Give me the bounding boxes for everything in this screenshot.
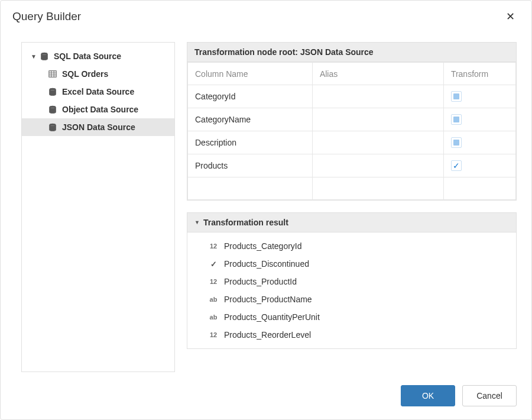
database-icon [48, 87, 57, 96]
result-section: ▼ Transformation result 12Products_Categ… [187, 212, 517, 349]
cell-alias[interactable] [312, 131, 443, 154]
transformation-section: Transformation node root: JSON Data Sour… [187, 42, 517, 201]
result-item-label: Products_ProductId [224, 277, 297, 286]
database-icon [48, 122, 57, 132]
type-text-icon: ab [207, 314, 219, 321]
cell-alias[interactable] [312, 177, 443, 200]
transformation-table: Column Name Alias Transform CategoryIdCa… [187, 62, 516, 200]
tree-item[interactable]: Object Data Source [22, 101, 174, 118]
tree-item-label: SQL Orders [62, 69, 108, 79]
transform-checkbox[interactable] [451, 114, 462, 125]
chevron-down-icon: ▼ [194, 219, 200, 225]
cell-transform[interactable]: ✓ [443, 154, 515, 177]
result-item-label: Products_QuantityPerUnit [224, 312, 320, 322]
cell-alias[interactable] [312, 108, 443, 131]
result-item[interactable]: 12Products_ReorderLevel [187, 326, 516, 344]
type-text-icon: ab [207, 296, 219, 303]
checkmark-icon: ✓ [453, 161, 460, 170]
tree-caret-icon: ▼ [30, 53, 37, 60]
cell-column-name[interactable]: Description [188, 131, 313, 154]
result-item[interactable]: abProducts_QuantityPerUnit [187, 308, 516, 326]
type-number-icon: 12 [207, 331, 219, 338]
cancel-button[interactable]: Cancel [462, 385, 517, 406]
right-column: Transformation node root: JSON Data Sour… [187, 42, 517, 372]
checkbox-indeterminate-icon [453, 117, 459, 122]
result-item-label: Products_ProductName [224, 295, 312, 304]
checkbox-indeterminate-icon [453, 93, 459, 99]
tree-item[interactable]: JSON Data Source [22, 118, 174, 136]
result-item[interactable]: ✓Products_Discontinued [187, 255, 516, 273]
col-header-name[interactable]: Column Name [188, 63, 313, 85]
dialog-footer: OK Cancel [1, 378, 531, 419]
cell-transform[interactable] [443, 85, 515, 108]
dialog-body: ▼SQL Data SourceSQL OrdersExcel Data Sou… [1, 30, 531, 378]
cell-transform[interactable] [443, 177, 515, 200]
table-row[interactable]: CategoryId [188, 85, 516, 108]
table-row[interactable]: CategoryName [188, 108, 516, 131]
table-row[interactable]: Products✓ [188, 154, 516, 177]
transformation-header-label: Transformation node root: JSON Data Sour… [194, 47, 374, 57]
transform-checkbox[interactable] [451, 137, 462, 148]
ok-button[interactable]: OK [401, 385, 455, 406]
svg-rect-1 [49, 71, 56, 77]
col-header-transform[interactable]: Transform [443, 63, 515, 85]
cell-column-name[interactable]: CategoryName [188, 108, 313, 131]
result-item-label: Products_ReorderLevel [224, 330, 311, 340]
svg-point-8 [50, 124, 56, 126]
type-number-icon: 12 [207, 278, 219, 285]
transformation-table-wrap: Column Name Alias Transform CategoryIdCa… [187, 62, 517, 201]
database-icon [48, 105, 57, 114]
tree-item-label: Excel Data Source [62, 87, 134, 96]
svg-point-7 [50, 106, 56, 108]
data-source-tree[interactable]: ▼SQL Data SourceSQL OrdersExcel Data Sou… [21, 42, 175, 372]
query-builder-dialog: Query Builder ✕ ▼SQL Data SourceSQL Orde… [0, 0, 532, 420]
cell-column-name[interactable]: Products [188, 154, 313, 177]
database-icon [40, 51, 49, 61]
tree-item-label: JSON Data Source [62, 122, 135, 132]
tree-item[interactable]: Excel Data Source [22, 83, 174, 101]
cell-alias[interactable] [312, 154, 443, 177]
result-item-label: Products_Discontinued [224, 259, 309, 269]
tree-item-label: Object Data Source [62, 105, 138, 114]
tree-item[interactable]: ▼SQL Data Source [22, 47, 174, 65]
cell-column-name[interactable] [188, 177, 313, 200]
close-icon: ✕ [506, 11, 515, 22]
svg-point-0 [41, 53, 48, 55]
checkbox-indeterminate-icon [453, 140, 459, 146]
close-button[interactable]: ✕ [501, 9, 520, 24]
result-item[interactable]: 12Products_ProductId [187, 273, 516, 290]
result-item[interactable]: abProducts_ProductName [187, 290, 516, 308]
table-icon [48, 69, 57, 79]
result-item-label: Products_CategoryId [224, 241, 302, 251]
result-header[interactable]: ▼ Transformation result [187, 212, 517, 232]
dialog-header: Query Builder ✕ [1, 1, 531, 30]
svg-point-6 [50, 88, 56, 91]
cell-transform[interactable] [443, 108, 515, 131]
dialog-title: Query Builder [12, 10, 81, 23]
transform-checkbox[interactable] [451, 91, 462, 102]
result-header-label: Transformation result [203, 218, 288, 227]
col-header-alias[interactable]: Alias [312, 63, 443, 85]
tree-item-label: SQL Data Source [54, 51, 121, 61]
cell-transform[interactable] [443, 131, 515, 154]
transform-checkbox[interactable]: ✓ [451, 160, 462, 171]
table-row[interactable]: Description [188, 131, 516, 154]
cell-column-name[interactable]: CategoryId [188, 85, 313, 108]
type-boolean-icon: ✓ [207, 260, 219, 269]
cell-alias[interactable] [312, 85, 443, 108]
result-list[interactable]: 12Products_CategoryId✓Products_Discontin… [187, 232, 517, 349]
result-item[interactable]: 12Products_CategoryId [187, 237, 516, 255]
table-header-row: Column Name Alias Transform [188, 63, 516, 85]
tree-item[interactable]: SQL Orders [22, 65, 174, 83]
type-number-icon: 12 [207, 243, 219, 250]
table-row[interactable] [188, 177, 516, 200]
transformation-header: Transformation node root: JSON Data Sour… [187, 42, 517, 62]
